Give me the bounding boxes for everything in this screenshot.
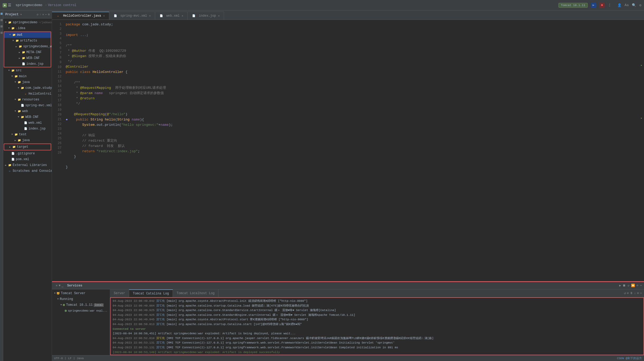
tab-indexjsp[interactable]: 📄 index.jsp ✕	[188, 12, 224, 20]
tree-item-webinf-out[interactable]: ▶ 📁 WEB-INF	[4, 55, 51, 61]
tab-close-springmvc[interactable]: ✕	[149, 14, 151, 17]
tree-item-meta[interactable]: ▶ 📁 META-INF	[4, 49, 51, 55]
svc-tomcat1011-label: Tomcat 10.1.11	[66, 303, 93, 307]
log-scroll-btn[interactable]: ↓	[634, 291, 636, 295]
tree-item-test[interactable]: ▼ 📁 test	[3, 132, 52, 137]
tree-item-war[interactable]: ▶ 📁 springmvcdemo_war_ex	[4, 44, 51, 49]
translate-icon[interactable]: Aa	[625, 3, 629, 7]
user-icon[interactable]: 👤	[617, 3, 622, 7]
svc-war-exploded[interactable]: springmvcdemo:war expl...	[52, 308, 110, 314]
tab-webxml[interactable]: 📄 web.xml ✕	[155, 12, 188, 20]
tree-item-resources[interactable]: ▼ 📁 resources	[3, 97, 52, 103]
settings-icon[interactable]: ⚙	[639, 3, 641, 7]
svc-tab-server[interactable]: Server	[110, 289, 129, 297]
svc-tomcat-1011[interactable]: ▼ Tomcat 10.1.11 local	[52, 302, 110, 308]
tree-item-index-out[interactable]: 📄 index.jsp	[4, 61, 51, 67]
panel-dropdown-arrow[interactable]: ▾	[20, 13, 22, 16]
activity-icon-2[interactable]	[1, 19, 3, 21]
label-extlib: External Libraries	[13, 163, 47, 167]
log-refresh-btn[interactable]: ↺	[624, 291, 626, 295]
stop-button[interactable]: ■	[599, 3, 605, 8]
svc-btn-5[interactable]: ⊙	[637, 284, 638, 288]
svc-tomcat-server[interactable]: ▼ 🐱 Tomcat Server	[52, 290, 110, 296]
tree-item-src[interactable]: ▼ 📁 src	[3, 68, 52, 73]
services-collapse-btn[interactable]: ▼	[59, 284, 60, 288]
svc-btn-2[interactable]: ⏹	[623, 284, 626, 288]
tree-item-extlib[interactable]: ▶ 📁 External Libraries	[3, 162, 52, 168]
search-icon[interactable]: 🔍	[632, 3, 636, 7]
arrow-main: ▼	[11, 75, 14, 78]
tree-item-package[interactable]: ▼ 📁 com.jade.study	[3, 85, 52, 91]
more-panel-button[interactable]: ⋯	[45, 13, 47, 16]
gutter-run-icon[interactable]: ●	[641, 64, 642, 70]
label-root: springmvcdemo	[13, 21, 37, 24]
svc-tab-catalina[interactable]: Tomcat Catalina Log	[129, 289, 173, 297]
tree-item-out[interactable]: ▼ 📁 out	[4, 32, 51, 38]
tree-item-artifacts[interactable]: ▼ 📁 artifacts	[4, 38, 51, 44]
label-web: web	[22, 109, 28, 113]
label-package: com.jade.study	[25, 86, 52, 90]
tree-item-springmvc[interactable]: 📄 spring-mvc.xml	[3, 103, 52, 108]
svc-btn-4[interactable]: ⏩	[631, 284, 635, 288]
tree-item-webxml[interactable]: 📄 web.xml	[3, 120, 52, 126]
log-wrap-btn[interactable]: ⊙	[637, 291, 639, 295]
arrow-resources: ▼	[14, 98, 17, 101]
hamburger-icon[interactable]: ☰	[8, 3, 11, 7]
tree-item-main[interactable]: ▼ 📁 main	[3, 73, 52, 79]
log-line-5: 04-Aug-2023 22:06:49.945 淇℃伅 [main] org.…	[113, 317, 641, 322]
tree-item-root[interactable]: ▼ 📁 springmvcdemo ~/jadeworkspace	[3, 20, 52, 25]
code-line-25: return "redirect:index.jsp";	[66, 149, 636, 154]
svc-war-label: springmvcdemo:war expl...	[68, 309, 107, 312]
tomcat-button[interactable]: Tomcat 10.1.11	[558, 3, 588, 8]
label-webxml: web.xml	[29, 121, 42, 125]
services-close-btn[interactable]: ✕	[56, 284, 58, 288]
svc-tab-localhost[interactable]: Tomcat Localhost Log	[173, 289, 219, 297]
svc-btn-1[interactable]: ▶	[619, 284, 621, 288]
tree-item-test-java[interactable]: ▶ 📁 java	[3, 137, 52, 143]
scratches-icon: ✏	[8, 169, 12, 173]
tab-hellocontroller[interactable]: ☕ HelloController.java ✕	[52, 12, 109, 20]
tree-item-controller[interactable]: ☕ HelloController	[3, 91, 52, 97]
tree-item-pom[interactable]: 📄 pom.xml	[3, 156, 52, 162]
separator: ›	[45, 3, 47, 7]
close-panel-button[interactable]: ✕	[42, 13, 44, 16]
svc-running-label: Running	[60, 297, 73, 301]
vcs-label[interactable]: Version control	[48, 3, 77, 7]
run-button[interactable]: ▶	[591, 3, 596, 8]
refresh-button[interactable]: ↺	[37, 13, 39, 16]
tab-close-hellocontroller[interactable]: ✕	[103, 14, 105, 17]
settings-panel-button[interactable]: ⚙	[48, 13, 50, 16]
log-output[interactable]: 04-Aug-2023 22:06:49.842 淇℃伅 [main] org.…	[110, 297, 644, 355]
tab-close-indexjsp[interactable]: ✕	[218, 14, 220, 17]
tree-item-target[interactable]: ▶ 📁 target	[4, 144, 51, 150]
arrow-out: ▼	[8, 33, 12, 36]
log-pause-btn[interactable]: ⏸	[630, 291, 633, 295]
tree-item-webinf[interactable]: ▼ 📁 WEB-INF	[3, 114, 52, 120]
activity-icon[interactable]	[1, 13, 3, 15]
folder-icon-target: 📁	[12, 145, 16, 149]
tree-item-gitignore[interactable]: 📄 .gitignore	[3, 151, 52, 156]
gutter-run-icon2[interactable]: ●	[641, 117, 642, 122]
log-clear-btn[interactable]: ⊘	[627, 291, 629, 295]
activity-icon-3[interactable]	[1, 25, 3, 27]
svc-btn-more[interactable]: ⋯	[640, 284, 642, 288]
more-button[interactable]: ⋮	[608, 3, 612, 7]
tree-item-scratches[interactable]: ✏ Scratches and Consoles	[3, 168, 52, 174]
tree-item-idea[interactable]: ▼ 📁 .idea	[3, 25, 52, 31]
folder-icon-resources: 📁	[17, 98, 21, 101]
tab-springmvc[interactable]: 📄 spring-mvc.xml ✕	[109, 12, 155, 20]
services-minimize-btn[interactable]: ⎯	[61, 284, 63, 288]
svc-running[interactable]: ▼ Running	[52, 296, 110, 302]
tree-item-java[interactable]: ▼ 📁 java	[3, 79, 52, 85]
tab-close-webxml[interactable]: ✕	[182, 14, 183, 17]
code-editor[interactable]: package com.jade.study; import ...; /** …	[63, 20, 639, 281]
collapse-button[interactable]: ↓	[40, 13, 41, 16]
services-right-toolbar: ▶ ⏹ ↺ ⏩ ⊙ ⋯	[619, 284, 642, 288]
svc-btn-3[interactable]: ↺	[627, 284, 629, 288]
activity-icon-4[interactable]	[1, 32, 3, 34]
tree-item-web[interactable]: ▼ 📁 web	[3, 108, 52, 114]
log-toolbar: ↺ ⊘ ⏸ ↓ ⊙ ⋯	[622, 291, 644, 295]
log-more-btn[interactable]: ⋯	[640, 291, 642, 295]
tree-item-index[interactable]: 📄 index.jsp	[3, 126, 52, 132]
panel-header: Project ▾ ↺ ↓ ✕ ⋯ ⚙	[3, 11, 52, 18]
